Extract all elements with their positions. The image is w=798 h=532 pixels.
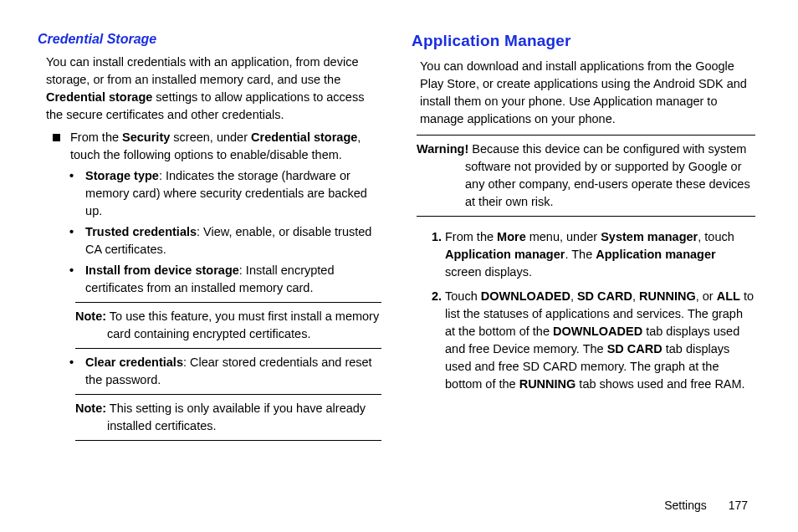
note-box-2: Note: This setting is only available if …	[75, 394, 381, 441]
warning-box: Warning! Because this device can be conf…	[417, 135, 755, 217]
step-2: Touch DOWNLOADED, SD CARD, RUNNING, or A…	[445, 288, 755, 393]
bullet-install-from-device: • Install from device storage: Install e…	[69, 262, 381, 297]
left-column: Credential Storage You can install crede…	[38, 29, 386, 446]
steps-list: From the More menu, under System manager…	[428, 228, 755, 393]
bullet-dot-icon: •	[69, 262, 74, 297]
square-bullet: From the Security screen, under Credenti…	[53, 129, 381, 164]
credential-storage-heading: Credential Storage	[38, 29, 386, 49]
application-manager-heading: Application Manager	[412, 29, 760, 53]
credential-intro: You can install credentials with an appl…	[46, 54, 378, 124]
note-box-1: Note: To use this feature, you must firs…	[75, 302, 381, 349]
footer-page-number: 177	[729, 499, 748, 512]
text-bold: Credential storage	[46, 90, 152, 104]
footer-section: Settings	[664, 499, 707, 512]
bullet-dot-icon: •	[69, 167, 74, 220]
bullet-dot-icon: •	[69, 354, 74, 389]
square-content: From the Security screen, under Credenti…	[70, 129, 381, 164]
step-1: From the More menu, under System manager…	[445, 228, 755, 281]
bullet-dot-icon: •	[69, 223, 74, 258]
bullet-trusted-credentials: • Trusted credentials: View, enable, or …	[69, 223, 381, 258]
bullet-clear-credentials: • Clear credentials: Clear stored creden…	[69, 354, 381, 389]
page-footer: Settings 177	[664, 499, 748, 512]
text-run: You can install credentials with an appl…	[46, 55, 358, 86]
bullet-storage-type: • Storage type: Indicates the storage (h…	[69, 167, 381, 220]
appmgr-intro: You can download and install application…	[420, 58, 752, 128]
square-marker-icon	[53, 134, 60, 141]
right-column: Application Manager You can download and…	[412, 29, 760, 446]
